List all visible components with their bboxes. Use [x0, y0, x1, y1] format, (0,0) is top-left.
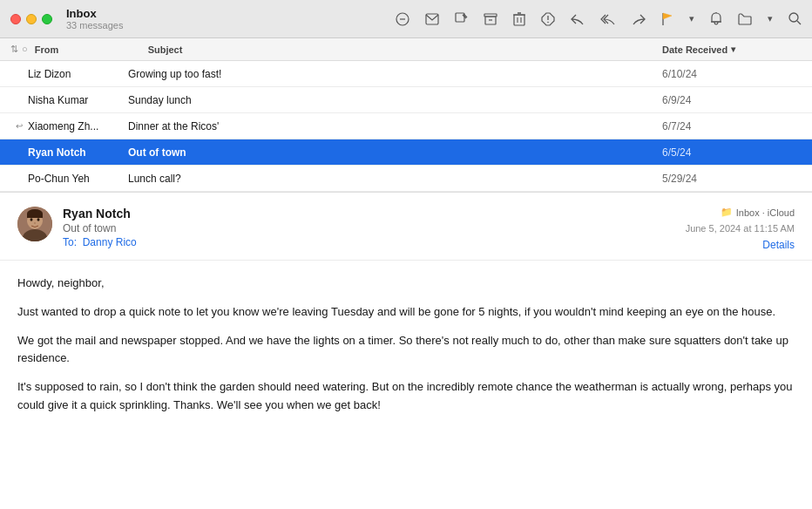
row-date-2: 6/9/24: [662, 94, 802, 106]
window-title: Inbox: [66, 7, 97, 20]
details-button[interactable]: Details: [762, 239, 795, 251]
minimize-button[interactable]: [26, 14, 37, 24]
sender-to: To: Danny Rico: [63, 236, 686, 248]
traffic-lights: [10, 14, 52, 24]
svg-rect-9: [514, 15, 524, 25]
sender-info: Ryan Notch Out of town To: Danny Rico: [63, 207, 686, 248]
row-subject-2: Sunday lunch: [128, 94, 662, 106]
forward-icon[interactable]: [632, 13, 646, 25]
row-date-1: 6/10/24: [662, 68, 802, 80]
sender-name: Ryan Notch: [63, 207, 686, 221]
avatar: [17, 207, 52, 241]
flag-dropdown[interactable]: ▾: [689, 13, 694, 24]
svg-point-26: [37, 218, 40, 221]
notification-icon[interactable]: [710, 12, 722, 26]
email-row-3[interactable]: ↩ Xiaomeng Zh... Dinner at the Ricos' 6/…: [0, 113, 812, 139]
inbox-label: Inbox · iCloud: [736, 207, 795, 218]
email-row-5[interactable]: Po-Chun Yeh Lunch call? 5/29/24: [0, 166, 812, 192]
row-from-5: Po-Chun Yeh: [28, 173, 128, 185]
column-from: From: [35, 44, 148, 55]
inbox-folder-icon: 📁: [721, 207, 733, 218]
to-label: To:: [63, 236, 77, 248]
toolbar: ▾ ▾: [396, 12, 802, 26]
sender-subject: Out of town: [63, 222, 686, 234]
titlebar: Inbox 33 messages: [0, 0, 812, 38]
body-paragraph-4: It's supposed to rain, so I don't think …: [17, 378, 795, 415]
row-subject-1: Growing up too fast!: [128, 68, 662, 80]
row-date-5: 5/29/24: [662, 173, 802, 185]
svg-rect-2: [426, 14, 438, 24]
search-icon[interactable]: [788, 12, 802, 25]
preview-header: Ryan Notch Out of town To: Danny Rico 📁 …: [0, 193, 812, 261]
list-header: ⇅ ○ From Subject Date Received ▾: [0, 38, 812, 61]
flag-icon[interactable]: [661, 12, 673, 26]
svg-rect-3: [456, 13, 464, 22]
svg-point-20: [789, 13, 798, 22]
compose-icon[interactable]: [455, 12, 468, 25]
row-date-4: 6/5/24: [662, 146, 802, 159]
row-from-4: Ryan Notch: [28, 146, 128, 159]
date-sort-icon[interactable]: ▾: [731, 44, 735, 54]
folder-icon[interactable]: [738, 13, 752, 25]
body-paragraph-2: Just wanted to drop a quick note to let …: [17, 303, 795, 322]
folder-dropdown[interactable]: ▾: [768, 13, 773, 24]
spam-icon[interactable]: [541, 12, 555, 26]
row-subject-3: Dinner at the Ricos': [128, 120, 662, 132]
email-row-1[interactable]: Liz Dizon Growing up too fast! 6/10/24: [0, 61, 812, 87]
column-date: Date Received ▾: [662, 44, 802, 55]
body-paragraph-1: Howdy, neighbor,: [17, 275, 795, 293]
row-subject-5: Lunch call?: [128, 173, 662, 185]
svg-rect-29: [27, 214, 43, 218]
row-indicator-3: ↩: [10, 121, 28, 131]
reply-icon[interactable]: [571, 13, 585, 25]
to-name[interactable]: Danny Rico: [83, 236, 137, 248]
row-date-3: 6/7/24: [662, 120, 802, 132]
row-from-3: Xiaomeng Zh...: [28, 120, 128, 132]
email-preview: Ryan Notch Out of town To: Danny Rico 📁 …: [0, 193, 812, 509]
date-received: June 5, 2024 at 11:15 AM: [686, 223, 795, 234]
body-paragraph-3: We got the mail and newspaper stopped. A…: [17, 332, 795, 369]
email-row-2[interactable]: Nisha Kumar Sunday lunch 6/9/24: [0, 87, 812, 113]
avatar-image: [17, 207, 52, 241]
column-subject: Subject: [148, 44, 662, 55]
sort-up-icon[interactable]: ⇅: [10, 44, 18, 55]
inbox-badge: 📁 Inbox · iCloud: [721, 207, 795, 218]
email-row-4[interactable]: Ryan Notch Out of town 6/5/24: [0, 139, 812, 166]
maximize-button[interactable]: [42, 14, 52, 24]
row-subject-4: Out of town: [128, 146, 662, 159]
close-button[interactable]: [10, 14, 21, 24]
trash-icon[interactable]: [513, 12, 525, 26]
svg-point-27: [34, 222, 36, 224]
reply-all-icon[interactable]: [600, 13, 616, 25]
note-icon[interactable]: [396, 12, 409, 26]
email-list: ⇅ ○ From Subject Date Received ▾ Liz Diz…: [0, 38, 812, 193]
row-from-1: Liz Dizon: [28, 68, 128, 80]
svg-point-16: [547, 21, 549, 23]
message-count: 33 messages: [66, 20, 123, 31]
archive-icon[interactable]: [484, 13, 497, 25]
row-from-2: Nisha Kumar: [28, 94, 128, 106]
main-content: ⇅ ○ From Subject Date Received ▾ Liz Diz…: [0, 38, 812, 509]
mail-icon[interactable]: [425, 13, 439, 25]
sort-controls[interactable]: ⇅ ○: [10, 44, 28, 55]
svg-point-25: [30, 218, 33, 221]
replied-icon: ↩: [16, 121, 23, 131]
title-area: Inbox 33 messages: [66, 7, 123, 31]
email-body: Howdy, neighbor, Just wanted to drop a q…: [0, 261, 812, 429]
svg-line-21: [797, 21, 801, 24]
unread-filter[interactable]: ○: [22, 44, 28, 55]
meta-info: 📁 Inbox · iCloud June 5, 2024 at 11:15 A…: [686, 207, 795, 251]
